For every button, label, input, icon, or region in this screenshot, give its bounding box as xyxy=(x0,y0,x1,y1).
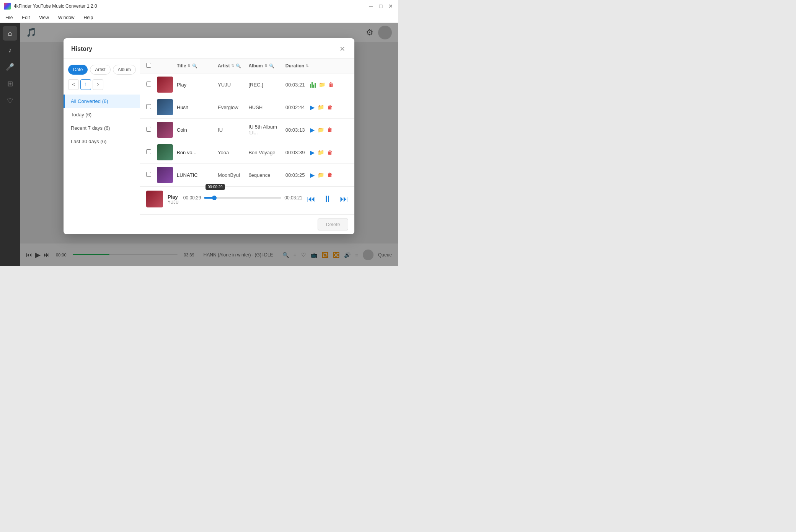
title-search-icon[interactable]: 🔍 xyxy=(192,64,197,69)
app-title: 4kFinder YouTube Music Converter 1.2.0 xyxy=(14,3,367,9)
player-progress-thumb: 00:00:29 xyxy=(212,196,217,200)
table-row: Play YUJU [REC.] 00:03:21 xyxy=(140,73,354,96)
open-folder-button-2[interactable]: 📁 xyxy=(318,104,324,110)
history-sidebar: Date Artist Album < 1 > xyxy=(64,59,140,234)
row-duration-1: 00:03:21 xyxy=(285,82,310,88)
modal-footer: Delete xyxy=(140,214,354,234)
player-total-time: 00:03:21 xyxy=(284,195,302,201)
album-search-icon[interactable]: 🔍 xyxy=(269,64,274,69)
filter-tab-date[interactable]: Date xyxy=(68,65,88,75)
album-sort-icon[interactable]: ⇅ xyxy=(264,64,268,68)
row-artist-4: Yooa xyxy=(218,150,248,155)
delete-button-4[interactable]: 🗑 xyxy=(327,149,333,155)
player-progress-wrap: 00:00:29 00:00:29 xyxy=(183,195,302,201)
select-all-checkbox[interactable] xyxy=(146,63,151,68)
menu-help[interactable]: Help xyxy=(82,13,95,22)
filter-tabs: Date Artist Album xyxy=(64,65,140,79)
open-folder-button-4[interactable]: 📁 xyxy=(318,149,324,155)
player-progress-bar[interactable]: 00:00:29 xyxy=(204,197,281,199)
sidebar-item-grid[interactable]: ⊞ xyxy=(3,77,17,91)
duration-sort-icon[interactable]: ⇅ xyxy=(306,64,309,68)
delete-button-5[interactable]: 🗑 xyxy=(327,172,333,178)
modal-close-button[interactable]: ✕ xyxy=(338,44,347,54)
row-album-5: 6equence xyxy=(248,172,285,178)
sidebar-item-home[interactable]: ⌂ xyxy=(3,26,17,41)
row-duration-4: 00:03:39 xyxy=(285,150,310,155)
player-controls: ⏮ ⏸ ⏭ xyxy=(307,194,348,204)
row-checkbox-4[interactable] xyxy=(146,149,157,156)
nav-recent-7-days[interactable]: Recent 7 days (6) xyxy=(64,121,140,135)
current-page: 1 xyxy=(80,79,91,90)
row-actions-2: ▶ 📁 🗑 xyxy=(310,104,348,111)
player-pause-button[interactable]: ⏸ xyxy=(323,194,332,204)
app-window: 4kFinder YouTube Music Converter 1.2.0 ─… xyxy=(0,0,398,266)
row-artist-1: YUJU xyxy=(218,82,248,88)
player-progress-section: 00:00:29 00:00:29 xyxy=(183,195,302,203)
sidebar-item-favorites[interactable]: ♡ xyxy=(3,93,17,108)
delete-button-1[interactable]: 🗑 xyxy=(328,82,334,88)
row-artist-3: IU xyxy=(218,127,248,133)
delete-all-button[interactable]: Delete xyxy=(318,219,348,230)
row-checkbox-3[interactable] xyxy=(146,126,157,133)
row-actions-4: ▶ 📁 🗑 xyxy=(310,149,348,156)
equalizer-playing-icon xyxy=(310,82,316,88)
next-page-button[interactable]: > xyxy=(93,79,103,90)
history-modal: History ✕ Date Artist Album xyxy=(64,38,354,234)
filter-tab-album[interactable]: Album xyxy=(113,65,136,75)
history-nav: All Converted (6) Today (6) Recent 7 day… xyxy=(64,95,140,148)
row-title-3: Coin xyxy=(177,127,218,133)
filter-tab-artist[interactable]: Artist xyxy=(90,65,110,75)
open-folder-button-5[interactable]: 📁 xyxy=(318,172,324,178)
sidebar-item-music[interactable]: ♪ xyxy=(3,43,17,57)
thumbnail-play xyxy=(157,77,173,93)
row-thumb-3 xyxy=(157,122,177,138)
player-next-button[interactable]: ⏭ xyxy=(340,194,348,204)
open-folder-button-1[interactable]: 📁 xyxy=(319,82,325,88)
minimize-button[interactable]: ─ xyxy=(367,3,374,10)
header-artist: Artist ⇅ 🔍 xyxy=(218,63,248,69)
delete-button-3[interactable]: 🗑 xyxy=(327,127,333,133)
prev-page-button[interactable]: < xyxy=(68,79,79,90)
menu-view[interactable]: View xyxy=(38,13,51,22)
row-title-4: Bon vo... xyxy=(177,150,218,155)
row-album-2: HUSH xyxy=(248,104,285,110)
row-thumb-4 xyxy=(157,144,177,160)
nav-last-30-days[interactable]: Last 30 days (6) xyxy=(64,135,140,148)
play-button-4[interactable]: ▶ xyxy=(310,149,315,156)
menu-window[interactable]: Window xyxy=(57,13,76,22)
delete-button-2[interactable]: 🗑 xyxy=(327,104,333,110)
menu-edit[interactable]: Edit xyxy=(20,13,31,22)
play-button-2[interactable]: ▶ xyxy=(310,104,315,111)
nav-today[interactable]: Today (6) xyxy=(64,108,140,121)
nav-all-converted[interactable]: All Converted (6) xyxy=(64,95,140,108)
row-checkbox-1[interactable] xyxy=(146,81,157,88)
window-close-button[interactable]: ✕ xyxy=(387,3,394,10)
maximize-button[interactable]: □ xyxy=(377,3,384,10)
table-row: LUNATIC MoonByul 6equence 00:03:25 ▶ 📁 🗑 xyxy=(140,164,354,186)
thumbnail-hush xyxy=(157,99,173,115)
row-thumb-1 xyxy=(157,77,177,93)
sidebar-item-mic[interactable]: 🎤 xyxy=(3,60,17,74)
header-duration: Duration ⇅ xyxy=(285,63,310,69)
artist-sort-icon[interactable]: ⇅ xyxy=(231,64,234,68)
play-button-3[interactable]: ▶ xyxy=(310,126,315,134)
title-sort-icon[interactable]: ⇅ xyxy=(188,64,191,68)
app-icon xyxy=(4,3,11,10)
player-thumbnail xyxy=(146,191,163,207)
thumbnail-coin xyxy=(157,122,173,138)
row-actions-1: 📁 🗑 xyxy=(310,82,348,88)
modal-body: Date Artist Album < 1 > xyxy=(64,59,354,234)
open-folder-button-3[interactable]: 📁 xyxy=(318,127,324,133)
play-button-5[interactable]: ▶ xyxy=(310,171,315,179)
row-thumb-2 xyxy=(157,99,177,115)
table-row: Hush Everglow HUSH 00:02:44 ▶ 📁 🗑 xyxy=(140,96,354,119)
row-album-1: [REC.] xyxy=(248,82,285,88)
artist-search-icon[interactable]: 🔍 xyxy=(236,64,241,69)
row-checkbox-2[interactable] xyxy=(146,104,157,111)
row-checkbox-5[interactable] xyxy=(146,171,157,178)
row-title-1: Play xyxy=(177,82,218,88)
sidebar: ⌂ ♪ 🎤 ⊞ ♡ xyxy=(0,23,20,266)
player-progress-fill: 00:00:29 xyxy=(204,197,214,199)
menu-file[interactable]: File xyxy=(4,13,14,22)
player-prev-button[interactable]: ⏮ xyxy=(307,194,315,204)
